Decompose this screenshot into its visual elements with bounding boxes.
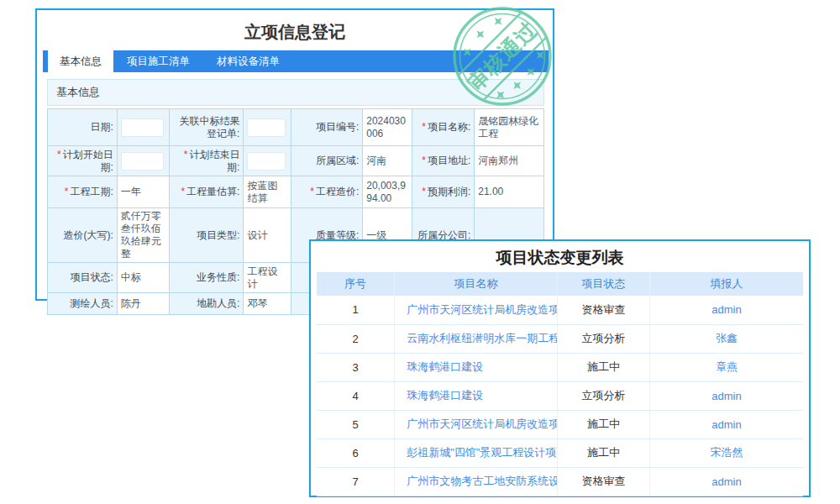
form-label: 项目状态:	[70, 271, 113, 283]
status-row-no: 5	[317, 410, 395, 438]
status-row: 1广州市天河区统计局机房改造项目资格审查admin	[317, 296, 803, 324]
form-label-cell: 日期:	[48, 109, 118, 146]
form-value-cell	[244, 109, 291, 146]
reporter-link[interactable]: admin	[711, 303, 741, 316]
required-asterisk: *	[422, 121, 426, 133]
status-row-no: 3	[317, 353, 395, 381]
status-row-reporter-cell: admin	[650, 381, 803, 410]
form-label-cell: *工程工期:	[48, 176, 118, 208]
form-label-cell: 所属区域:	[291, 146, 363, 176]
form-label-cell: 地勘人员:	[169, 293, 244, 315]
form-row: *计划开始日期:*计划结束日期:所属区域:河南*项目地址:河南郑州	[48, 146, 544, 176]
form-value-cell: 按蓝图结算	[244, 176, 291, 208]
status-row-status: 立项分析	[558, 381, 650, 410]
form-label-cell: *预期利润:	[412, 176, 475, 208]
form-value-cell: 2024030006	[363, 109, 412, 146]
reporter-link[interactable]: 张鑫	[716, 332, 738, 344]
status-row: 3珠海鹤港口建设施工中章燕	[317, 353, 803, 381]
form-label-cell: 造价(大写):	[48, 208, 118, 263]
form-input[interactable]	[121, 118, 164, 137]
form-value-cell: 中标	[117, 263, 169, 293]
required-asterisk: *	[65, 186, 69, 197]
form-label: 工程量估算:	[186, 186, 239, 197]
form-value-cell: 贰仟万零叁仟玖佰玖拾肆元整	[117, 208, 169, 263]
status-row: 4珠海鹤港口建设立项分析admin	[317, 381, 803, 410]
form-label-cell: 业务性质:	[169, 263, 244, 293]
project-name-link[interactable]: 广州市天河区统计局机房改造项目	[407, 303, 557, 316]
form-label: 预期利润:	[428, 186, 470, 197]
tab-item[interactable]: 项目施工清单	[113, 50, 203, 72]
form-value-cell: 河南郑州	[475, 146, 544, 176]
status-row-no: 4	[317, 381, 395, 410]
reporter-link[interactable]: admin	[711, 475, 741, 488]
status-col-header: 填报人	[650, 272, 803, 296]
status-row-name-cell: 广州市天河区统计局机房改造项目	[395, 296, 558, 324]
status-row-reporter-cell: 张鑫	[650, 324, 803, 353]
status-row: 6彭祖新城"四馆"景观工程设计项目施工中宋浩然	[317, 438, 803, 467]
status-change-panel: 项目状态变更列表 序号项目名称项目状态填报人 1广州市天河区统计局机房改造项目资…	[309, 239, 811, 497]
form-input[interactable]	[247, 152, 285, 171]
project-name-link[interactable]: 云南水利枢纽潜明水库一期工程施工I标	[407, 332, 557, 344]
form-value-cell: 晟铭园林绿化工程	[475, 109, 544, 146]
status-row-no: 7	[317, 467, 395, 496]
form-label-cell: 测绘人员:	[48, 293, 118, 315]
form-label: 工程工期:	[70, 186, 113, 197]
reporter-link[interactable]: admin	[711, 390, 741, 402]
status-panel-title: 项目状态变更列表	[311, 241, 809, 272]
project-name-link[interactable]: 珠海鹤港口建设	[407, 360, 483, 373]
tab-item[interactable]: 材料设备清单	[203, 50, 293, 72]
form-input[interactable]	[247, 118, 285, 137]
form-value-cell	[117, 109, 169, 146]
form-row: *工程工期:一年*工程量估算:按蓝图结算*工程造价:20,003,994.00*…	[48, 176, 544, 208]
form-label-cell: *计划结束日期:	[169, 146, 244, 176]
status-row-name-cell: 广州市天河区统计局机房改造项目	[395, 410, 558, 438]
required-asterisk: *	[422, 186, 426, 197]
form-label: 业务性质:	[197, 271, 239, 283]
form-label-cell: *计划开始日期:	[48, 146, 118, 176]
form-label: 造价(大写):	[63, 229, 113, 241]
status-row-name-cell: 广州市文物考古工地安防系统设备保修	[395, 467, 558, 496]
form-label: 工程造价:	[316, 186, 359, 197]
status-row-no: 2	[317, 324, 395, 353]
status-row-no: 6	[317, 438, 395, 467]
status-col-header: 项目名称	[395, 272, 558, 296]
reporter-link[interactable]: 宋浩然	[711, 446, 743, 459]
form-value-cell: 河南	[363, 146, 412, 176]
status-row-name-cell: 珠海鹤港口建设	[395, 381, 558, 410]
status-row-status: 资格审查	[558, 296, 650, 324]
required-asterisk: *	[57, 149, 61, 160]
status-row-reporter-cell: admin	[650, 467, 803, 496]
status-row-reporter-cell: admin	[650, 410, 803, 438]
status-col-header: 项目状态	[558, 272, 650, 296]
reporter-link[interactable]: admin	[711, 418, 741, 431]
project-name-link[interactable]: 珠海鹤港口建设	[407, 389, 483, 402]
tab-active[interactable]: 基本信息	[48, 50, 113, 72]
form-value-cell: 工程设计	[244, 263, 291, 293]
project-name-link[interactable]: 广州市天河区统计局机房改造项目	[407, 417, 557, 430]
project-name-link[interactable]: 广州市文物考古工地安防系统设备保修	[407, 475, 557, 487]
status-row-reporter-cell: admin	[650, 296, 803, 324]
approved-stamp: 审核通过	[450, 4, 554, 108]
status-row: 2云南水利枢纽潜明水库一期工程施工I标立项分析张鑫	[317, 324, 803, 353]
form-label: 关联中标结果登记单:	[179, 115, 239, 139]
required-asterisk: *	[310, 186, 314, 197]
form-value-cell: 设计	[244, 208, 291, 263]
status-row-status: 施工中	[558, 410, 650, 438]
form-value-cell	[117, 146, 169, 176]
project-name-link[interactable]: 彭祖新城"四馆"景观工程设计项目	[407, 446, 557, 459]
form-label-cell: 关联中标结果登记单:	[169, 109, 244, 146]
reporter-link[interactable]: 章燕	[716, 360, 738, 373]
form-label: 计划开始日期:	[63, 149, 113, 173]
form-label-cell: *项目地址:	[412, 146, 475, 176]
status-col-header: 序号	[317, 272, 395, 296]
form-input[interactable]	[121, 152, 164, 171]
form-row: 日期:关联中标结果登记单:项目编号:2024030006*项目名称:晟铭园林绿化…	[48, 109, 544, 146]
status-row-status: 资格审查	[558, 467, 650, 496]
form-value-cell: 21.00	[475, 176, 544, 208]
form-label-cell: 项目状态:	[48, 263, 118, 293]
form-label: 项目名称:	[428, 121, 470, 133]
status-row-status: 施工中	[558, 438, 650, 467]
form-value-cell: 陈丹	[117, 293, 169, 315]
status-row-reporter-cell: 宋浩然	[650, 438, 803, 467]
required-asterisk: *	[422, 155, 426, 166]
